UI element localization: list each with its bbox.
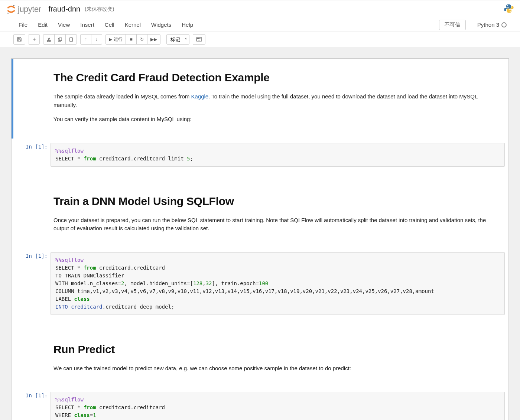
- menu-help[interactable]: Help: [176, 19, 198, 31]
- code-content: %%sqlflow SELECT * from creditcard.credi…: [51, 141, 508, 168]
- cell-type-wrap: 标记: [164, 34, 189, 45]
- clipboard-group: [43, 34, 77, 45]
- plus-icon: +: [32, 36, 36, 43]
- kernel-name: Python 3: [477, 22, 499, 28]
- markdown-content: Run Predict We can use the trained model…: [51, 341, 508, 385]
- save-button[interactable]: [13, 34, 25, 45]
- arrow-down-icon: ↓: [95, 37, 98, 42]
- copy-button[interactable]: [54, 34, 66, 45]
- menu-cell[interactable]: Cell: [100, 19, 120, 31]
- menubar-right: 不可信 Python 3: [439, 20, 507, 30]
- svg-rect-8: [70, 38, 72, 41]
- code-content: %%sqlflow SELECT * from creditcard.credi…: [51, 390, 508, 420]
- prompt: In [1]:: [13, 141, 51, 168]
- prompt: In [1]:: [13, 251, 51, 316]
- paragraph: The sample data already loaded in MySQL …: [53, 92, 497, 109]
- move-group: ↑ ↓: [81, 34, 102, 45]
- command-palette-button[interactable]: [193, 34, 205, 45]
- kernel-indicator: Python 3: [472, 22, 507, 28]
- code-input[interactable]: %%sqlflow SELECT * from creditcard.credi…: [51, 143, 505, 167]
- svg-rect-10: [196, 38, 202, 41]
- svg-point-3: [510, 11, 511, 12]
- svg-rect-12: [198, 38, 199, 39]
- markdown-cell[interactable]: Run Predict We can use the trained model…: [12, 338, 508, 388]
- paste-button[interactable]: [65, 34, 77, 45]
- markdown-cell[interactable]: The Credit Card Fraud Detection Example …: [12, 59, 508, 139]
- code-cell[interactable]: In [1]: %%sqlflow SELECT * from creditca…: [12, 139, 508, 171]
- restart-button[interactable]: ↻: [136, 34, 147, 45]
- cell-type-select[interactable]: 标记: [166, 34, 189, 45]
- markdown-content: The Credit Card Fraud Detection Example …: [51, 62, 508, 136]
- notebook-name[interactable]: fraud-dnn: [49, 5, 81, 13]
- svg-rect-15: [198, 40, 200, 40]
- heading: Run Predict: [53, 341, 497, 358]
- svg-rect-7: [59, 38, 62, 40]
- jupyter-logo[interactable]: jupyter: [6, 4, 47, 14]
- save-icon: [17, 37, 22, 42]
- toolbar: + ↑ ↓ ▶运行 ■ ↻ ▶▶ 标记: [0, 32, 520, 47]
- svg-point-1: [7, 12, 9, 14]
- add-cell-button[interactable]: +: [29, 34, 40, 45]
- trust-button[interactable]: 不可信: [439, 20, 466, 30]
- fast-forward-icon: ▶▶: [150, 37, 157, 42]
- code-cell[interactable]: In [1]: %%sqlflow SELECT * from creditca…: [12, 248, 508, 319]
- stop-icon: ■: [130, 37, 132, 42]
- python-icon: [504, 3, 514, 14]
- svg-rect-11: [197, 38, 198, 39]
- paragraph: We can use the trained model to predict …: [53, 364, 497, 373]
- svg-point-4: [47, 40, 49, 42]
- heading: Train a DNN Model Using SQLFlow: [53, 193, 497, 209]
- refresh-icon: ↻: [140, 37, 144, 42]
- menubar: File Edit View Insert Cell Kernel Widget…: [0, 18, 520, 32]
- paragraph: You can verify the sample data content i…: [53, 115, 497, 124]
- cut-icon: [46, 37, 51, 42]
- kaggle-link[interactable]: Kaggle: [191, 93, 208, 100]
- arrow-up-icon: ↑: [85, 37, 87, 42]
- markdown-cell[interactable]: Train a DNN Model Using SQLFlow Once you…: [12, 190, 508, 248]
- header-right: [504, 3, 514, 15]
- menu-file[interactable]: File: [13, 19, 33, 31]
- notebook-area: The Credit Card Fraud Detection Example …: [0, 47, 520, 420]
- keyboard-icon: [196, 37, 202, 42]
- jupyter-icon: [6, 4, 16, 14]
- kernel-status-icon[interactable]: [501, 22, 507, 27]
- save-status: (未保存改变): [85, 6, 114, 13]
- code-content: %%sqlflow SELECT * from creditcard.credi…: [51, 251, 508, 316]
- copy-icon: [58, 37, 62, 42]
- move-down-button[interactable]: ↓: [91, 34, 102, 45]
- run-label: 运行: [114, 36, 123, 43]
- logo-text: jupyter: [18, 4, 41, 14]
- svg-point-0: [13, 5, 14, 6]
- run-button[interactable]: ▶运行: [105, 34, 126, 45]
- notebook-header: jupyter fraud-dnn (未保存改变): [0, 0, 520, 18]
- menu-edit[interactable]: Edit: [33, 19, 53, 31]
- prompt: [13, 341, 51, 385]
- run-group: ▶运行 ■ ↻ ▶▶: [106, 34, 160, 45]
- menu-view[interactable]: View: [53, 19, 75, 31]
- svg-rect-14: [201, 38, 201, 39]
- paste-icon: [69, 37, 74, 42]
- svg-point-2: [507, 5, 508, 6]
- run-icon: ▶: [109, 37, 112, 42]
- cell-edit-group: +: [29, 34, 40, 45]
- restart-run-all-button[interactable]: ▶▶: [147, 34, 160, 45]
- svg-rect-13: [199, 38, 200, 39]
- menu-widgets[interactable]: Widgets: [146, 19, 176, 31]
- markdown-content: Train a DNN Model Using SQLFlow Once you…: [51, 193, 508, 245]
- interrupt-button[interactable]: ■: [126, 34, 137, 45]
- paragraph: Once your dataset is prepared, you can r…: [53, 216, 497, 233]
- svg-rect-9: [71, 37, 72, 38]
- code-input[interactable]: %%sqlflow SELECT * from creditcard.credi…: [51, 392, 505, 420]
- code-input[interactable]: %%sqlflow SELECT * from creditcard.credi…: [51, 252, 505, 315]
- command-group: [193, 34, 205, 45]
- prompt: [13, 62, 51, 136]
- svg-point-5: [49, 40, 51, 42]
- prompt: In [1]:: [13, 390, 51, 420]
- heading: The Credit Card Fraud Detection Example: [53, 69, 497, 86]
- menu-kernel[interactable]: Kernel: [120, 19, 146, 31]
- move-up-button[interactable]: ↑: [80, 34, 91, 45]
- code-cell[interactable]: In [1]: %%sqlflow SELECT * from creditca…: [12, 387, 508, 420]
- prompt: [13, 193, 51, 245]
- menu-insert[interactable]: Insert: [75, 19, 100, 31]
- cut-button[interactable]: [43, 34, 55, 45]
